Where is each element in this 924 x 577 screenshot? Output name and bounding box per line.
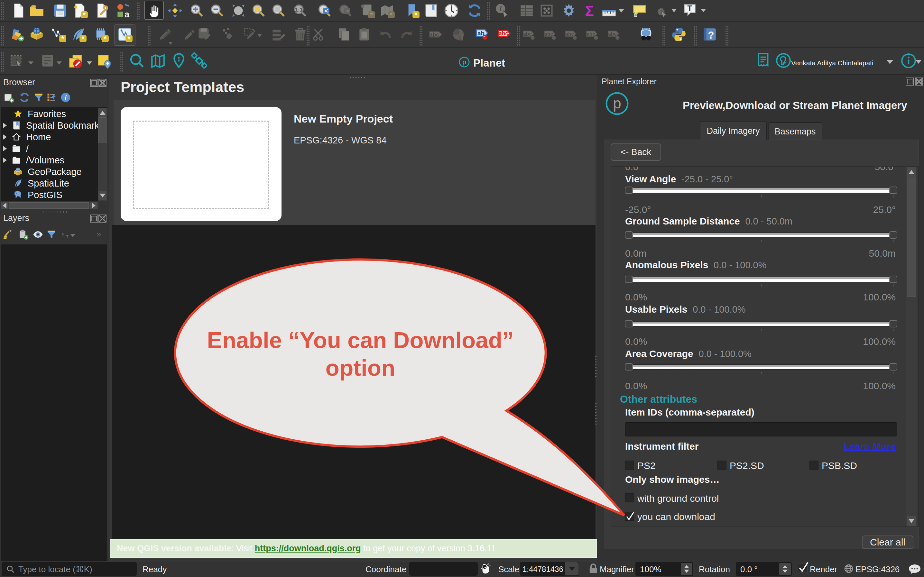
svg-text:Enable “You can Download”: Enable “You can Download”	[207, 327, 513, 353]
svg-text:option: option	[326, 355, 395, 380]
